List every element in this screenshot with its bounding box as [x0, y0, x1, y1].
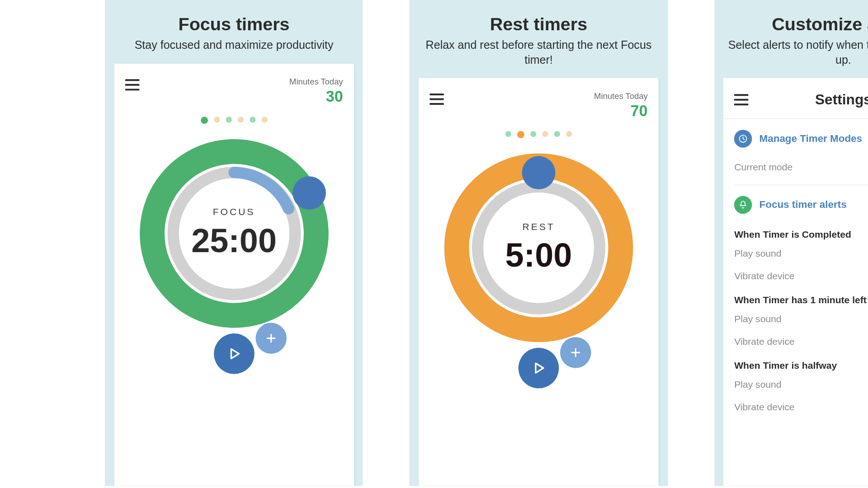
- panel-title: Rest timers: [421, 14, 656, 35]
- setting-key: Play sound: [734, 249, 781, 259]
- dot-4[interactable]: [542, 131, 548, 137]
- divider: [734, 185, 868, 185]
- menu-icon[interactable]: [125, 77, 139, 93]
- dot-2[interactable]: [517, 131, 524, 138]
- panel-subtitle: Stay focused and maximize productivity: [135, 38, 334, 53]
- play-icon: [227, 346, 241, 361]
- play-button[interactable]: [519, 348, 559, 389]
- minutes-today: Minutes Today 70: [594, 91, 648, 121]
- minutes-label: Minutes Today: [594, 91, 648, 101]
- timer-time: 25:00: [191, 221, 277, 260]
- dot-4[interactable]: [237, 117, 243, 122]
- panel-subtitle: Select alerts to notify when the timer i…: [726, 38, 868, 67]
- current-mode-row[interactable]: Current mode Pomodoro classic: [734, 156, 868, 179]
- timer-step-dots: [125, 117, 343, 124]
- timer-mode-label: REST: [522, 221, 555, 232]
- promo-panel-focus: Focus timers Stay focused and maximize p…: [105, 0, 363, 486]
- dot-5[interactable]: [554, 131, 560, 137]
- dot-3[interactable]: [530, 131, 536, 137]
- clock-icon: [734, 130, 752, 148]
- divider: [723, 119, 868, 119]
- promo-panel-rest: Rest timers Relax and rest before starti…: [410, 0, 668, 486]
- alert-group-heading: When Timer is Completed: [734, 230, 868, 240]
- plus-icon: [569, 346, 582, 359]
- play-icon: [532, 361, 546, 376]
- alert-group-heading: When Timer has 1 minute left: [734, 295, 868, 306]
- setting-row[interactable]: Vibrate deviceNo: [734, 396, 868, 419]
- setting-row[interactable]: Vibrate deviceYes: [734, 331, 868, 353]
- promo-panel-settings: Customize alerts Select alerts to notify…: [714, 0, 868, 486]
- setting-row[interactable]: Play soundSelenium: [734, 243, 868, 265]
- alerts-label: Focus timer alerts: [760, 199, 847, 211]
- dot-5[interactable]: [250, 117, 255, 122]
- page-title: Settings: [749, 91, 868, 108]
- panel-subtitle: Relax and rest before starting the next …: [421, 38, 656, 67]
- timer-step-dots: [429, 131, 647, 138]
- dot-2[interactable]: [214, 117, 220, 122]
- dot-3[interactable]: [226, 117, 231, 122]
- panel-title: Focus timers: [135, 14, 334, 35]
- current-mode-label: Current mode: [734, 162, 793, 173]
- manage-timer-modes-link[interactable]: Manage Timer Modes: [734, 130, 868, 148]
- setting-key: Vibrate device: [734, 337, 794, 347]
- panel-header: Customize alerts Select alerts to notify…: [714, 0, 868, 78]
- minutes-value: 30: [289, 87, 343, 106]
- dot-1[interactable]: [505, 131, 511, 137]
- timer-ring-rest[interactable]: REST 5:00: [443, 153, 634, 343]
- dot-6[interactable]: [261, 117, 267, 122]
- setting-key: Vibrate device: [734, 271, 794, 282]
- play-button[interactable]: [214, 333, 255, 374]
- minutes-today: Minutes Today 30: [289, 77, 343, 106]
- setting-row[interactable]: Play soundSelenium: [734, 308, 868, 331]
- menu-icon[interactable]: [429, 91, 444, 108]
- panel-header: Focus timers Stay focused and maximize p…: [123, 0, 345, 64]
- setting-row[interactable]: Vibrate deviceYes: [734, 265, 868, 288]
- phone-screen-focus: Minutes Today 30 FOC: [114, 64, 354, 486]
- timer-time: 5:00: [505, 236, 572, 275]
- add-time-button[interactable]: [255, 323, 287, 354]
- dot-6[interactable]: [566, 131, 572, 137]
- manage-modes-label: Manage Timer Modes: [760, 133, 862, 145]
- dot-1[interactable]: [201, 117, 208, 124]
- setting-key: Vibrate device: [734, 402, 794, 413]
- focus-timer-alerts-link[interactable]: Focus timer alerts: [734, 196, 868, 214]
- menu-icon[interactable]: [734, 92, 749, 108]
- phone-screen-rest: Minutes Today 70 REST: [419, 78, 659, 486]
- timer-mode-label: FOCUS: [213, 207, 255, 218]
- panel-title: Customize alerts: [726, 14, 868, 35]
- minutes-value: 70: [594, 102, 648, 121]
- phone-screen-settings: Settings Manage Timer Modes Current mode…: [723, 78, 868, 486]
- timer-ring-focus[interactable]: FOCUS 25:00: [139, 138, 330, 328]
- panel-header: Rest timers Relax and rest before starti…: [410, 0, 668, 78]
- setting-key: Play sound: [734, 314, 781, 325]
- add-time-button[interactable]: [560, 337, 591, 368]
- minutes-label: Minutes Today: [289, 77, 343, 86]
- alert-group-heading: When Timer is halfway: [734, 361, 868, 371]
- bell-icon: [734, 196, 752, 214]
- setting-row[interactable]: Play sound<None>: [734, 374, 868, 396]
- setting-key: Play sound: [734, 380, 781, 390]
- plus-icon: [264, 332, 278, 345]
